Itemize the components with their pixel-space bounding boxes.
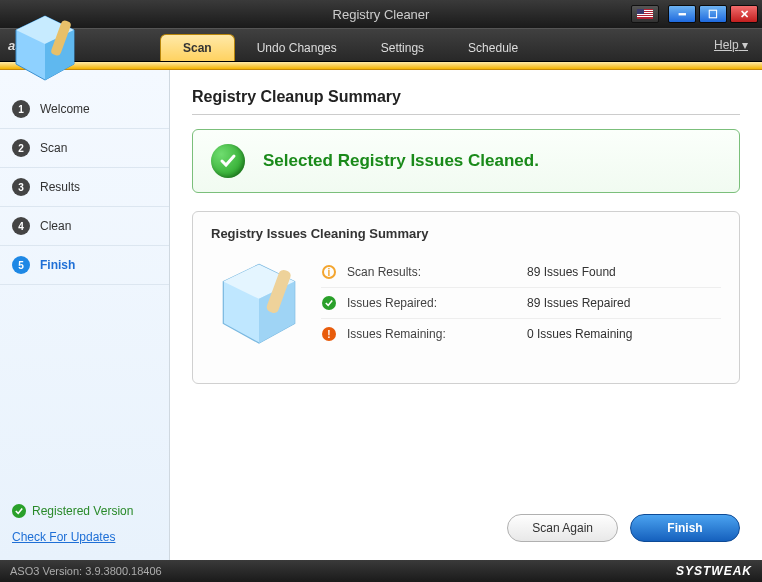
row-value: 89 Issues Found: [527, 265, 616, 279]
svg-rect-4: [637, 16, 653, 17]
close-button[interactable]: ✕: [730, 5, 758, 23]
summary-row-issues-repaired: Issues Repaired: 89 Issues Repaired: [321, 288, 721, 319]
check-updates-link[interactable]: Check For Updates: [12, 530, 157, 544]
step-welcome[interactable]: 1Welcome: [0, 90, 169, 129]
page-title: Registry Cleanup Summary: [192, 88, 740, 106]
tab-settings[interactable]: Settings: [359, 35, 446, 61]
sidebar: 1Welcome 2Scan 3Results 4Clean 5Finish R…: [0, 70, 170, 560]
step-label: Finish: [40, 258, 75, 272]
step-label: Clean: [40, 219, 71, 233]
step-scan[interactable]: 2Scan: [0, 129, 169, 168]
gold-accent-bar: [0, 62, 762, 70]
help-link[interactable]: Help ▾: [714, 29, 762, 61]
check-icon: [322, 296, 336, 310]
title-bar: Registry Cleaner ━ ☐ ✕: [0, 0, 762, 28]
row-label: Issues Remaining:: [347, 327, 527, 341]
info-icon: i: [322, 265, 336, 279]
step-label: Results: [40, 180, 80, 194]
version-label: ASO3 Version: 3.9.3800.18406: [10, 565, 162, 577]
menu-bar: aso Scan Undo Changes Settings Schedule …: [0, 28, 762, 62]
row-value: 89 Issues Repaired: [527, 296, 630, 310]
step-results[interactable]: 3Results: [0, 168, 169, 207]
svg-rect-5: [637, 9, 644, 14]
minimize-button[interactable]: ━: [668, 5, 696, 23]
tab-undo-changes[interactable]: Undo Changes: [235, 35, 359, 61]
wizard-steps: 1Welcome 2Scan 3Results 4Clean 5Finish: [0, 90, 169, 285]
registered-version-label: Registered Version: [12, 504, 157, 518]
warning-icon: !: [322, 327, 336, 341]
vendor-brand: SYSTWEAK: [676, 564, 752, 578]
summary-row-scan-results: i Scan Results: 89 Issues Found: [321, 257, 721, 288]
check-icon: [12, 504, 26, 518]
summary-cube-icon: [211, 257, 307, 357]
svg-rect-3: [637, 14, 653, 15]
scan-again-button[interactable]: Scan Again: [507, 514, 618, 542]
language-flag-button[interactable]: [631, 5, 659, 23]
step-label: Welcome: [40, 102, 90, 116]
maximize-button[interactable]: ☐: [699, 5, 727, 23]
summary-row-issues-remaining: ! Issues Remaining: 0 Issues Remaining: [321, 319, 721, 349]
menu-tabs: Scan Undo Changes Settings Schedule: [100, 29, 540, 61]
step-clean[interactable]: 4Clean: [0, 207, 169, 246]
main-content: Registry Cleanup Summary Selected Regist…: [170, 70, 762, 560]
row-value: 0 Issues Remaining: [527, 327, 632, 341]
tab-scan[interactable]: Scan: [160, 34, 235, 61]
summary-box: Registry Issues Cleaning Summary i Scan …: [192, 211, 740, 384]
success-check-icon: [211, 144, 245, 178]
action-bar: Scan Again Finish: [192, 498, 740, 560]
step-finish[interactable]: 5Finish: [0, 246, 169, 285]
tab-schedule[interactable]: Schedule: [446, 35, 540, 61]
finish-button[interactable]: Finish: [630, 514, 740, 542]
step-label: Scan: [40, 141, 67, 155]
status-bar: ASO3 Version: 3.9.3800.18406 SYSTWEAK: [0, 560, 762, 582]
summary-title: Registry Issues Cleaning Summary: [211, 226, 721, 241]
window-title: Registry Cleaner: [333, 7, 430, 22]
row-label: Issues Repaired:: [347, 296, 527, 310]
row-label: Scan Results:: [347, 265, 527, 279]
success-message: Selected Registry Issues Cleaned.: [263, 151, 539, 171]
app-cube-icon: [6, 10, 84, 92]
divider: [192, 114, 740, 115]
success-banner: Selected Registry Issues Cleaned.: [192, 129, 740, 193]
